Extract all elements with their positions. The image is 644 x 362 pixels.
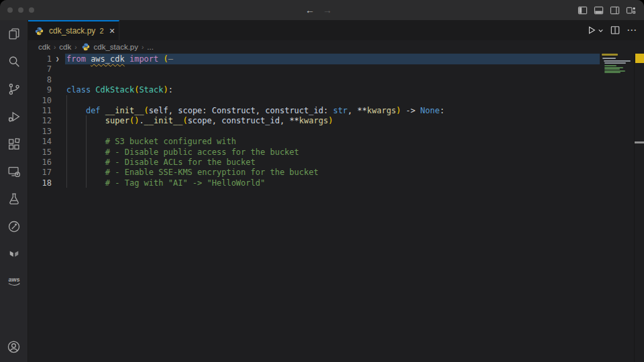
source-control-icon[interactable] (0, 75, 28, 103)
code-line-18[interactable]: 18 # - Tag with "AI" -> "HelloWorld" (28, 178, 601, 188)
more-actions-icon[interactable]: ⋯ (627, 20, 637, 40)
minimap-line (604, 72, 621, 73)
code-line-12[interactable]: 12 super().__init__(scope, construct_id,… (28, 115, 601, 126)
breadcrumb-folder[interactable]: cdk (59, 43, 71, 51)
tab-problem-badge: 2 (99, 27, 103, 35)
overview-ruler[interactable] (634, 54, 644, 362)
window-controls[interactable] (7, 7, 34, 13)
customize-layout-icon[interactable] (626, 5, 636, 15)
run-debug-icon[interactable] (0, 103, 28, 130)
vscode-window: ← → (0, 0, 644, 362)
code-text: # - Disable public access for the bucket (66, 147, 299, 158)
aws-label: aws (8, 276, 19, 283)
tab-cdk-stack[interactable]: cdk_stack.py 2 ✕ (28, 20, 119, 40)
minimap-line (602, 54, 618, 56)
minimap-line (604, 68, 620, 70)
breadcrumb-separator-icon: › (74, 44, 76, 51)
code-line-16[interactable]: 16 # - Disable ACLs for the bucket (28, 157, 601, 168)
remote-explorer-icon[interactable] (0, 158, 28, 185)
overview-marker (635, 141, 644, 143)
minimap-line (604, 62, 626, 64)
code-line-14[interactable]: 14 # S3 bucket configured with (28, 136, 601, 147)
editor-group: cdk_stack.py 2 ✕ ⋯ cdk › cdk › (28, 20, 644, 362)
code-line-9[interactable]: 9class CdkStack(Stack): (28, 84, 601, 95)
line-number: 8 (28, 74, 52, 85)
layout-controls (578, 0, 636, 20)
line-number: 11 (28, 105, 52, 116)
code-line-7[interactable]: 7 (28, 64, 601, 74)
window-close-icon[interactable] (7, 7, 13, 13)
line-number: 13 (28, 126, 52, 137)
code-line-13[interactable]: 13 (28, 126, 601, 137)
commit-graph-icon[interactable] (0, 213, 28, 240)
tab-label: cdk_stack.py (49, 26, 95, 36)
activity-bar: aws (0, 20, 28, 362)
line-number: 12 (28, 115, 52, 126)
line-number: 1 (28, 54, 52, 64)
explorer-icon[interactable] (0, 20, 28, 48)
code-line-8[interactable]: 8 (28, 74, 601, 85)
testing-icon[interactable] (0, 185, 28, 213)
code-text: # - Disable ACLs for the bucket (66, 157, 256, 168)
forward-arrow-icon[interactable]: → (323, 0, 332, 20)
run-python-file-button[interactable] (587, 25, 604, 35)
code-text: class CdkStack(Stack): (66, 84, 173, 95)
line-number: 9 (28, 84, 52, 95)
extensions-icon[interactable] (0, 130, 28, 158)
code-line-11[interactable]: 11 def __init__(self, scope: Construct, … (28, 105, 601, 116)
history-navigation: ← → (305, 0, 332, 20)
accounts-icon[interactable] (0, 332, 28, 362)
breadcrumb-separator-icon: › (54, 44, 56, 51)
line-number: 17 (28, 167, 52, 178)
search-icon[interactable] (0, 48, 28, 75)
breadcrumb-symbol[interactable]: ... (147, 43, 154, 51)
line-number: 14 (28, 136, 52, 147)
aws-icon[interactable]: aws (0, 267, 28, 295)
python-file-icon (82, 43, 90, 51)
toggle-sidebar-icon[interactable] (578, 5, 588, 15)
code-text: # - Enable SSE-KMS encryption for the bu… (66, 167, 319, 178)
line-number: 15 (28, 147, 52, 158)
window-maximize-icon[interactable] (29, 7, 34, 13)
code-editor[interactable]: 1❯from aws_cdk import (–789class CdkStac… (28, 54, 644, 362)
tab-close-icon[interactable]: ✕ (109, 27, 115, 36)
minimap[interactable] (601, 54, 633, 362)
breadcrumb-file[interactable]: cdk_stack.py (94, 43, 138, 51)
overview-marker (635, 54, 644, 63)
code-text: from aws_cdk import (– (66, 54, 173, 64)
python-file-icon (35, 27, 44, 36)
code-line-17[interactable]: 17 # - Enable SSE-KMS encryption for the… (28, 167, 601, 178)
line-number: 7 (28, 64, 52, 74)
code-text: super().__init__(scope, construct_id, **… (66, 115, 333, 126)
code-line-10[interactable]: 10 (28, 95, 601, 106)
breadcrumb-folder[interactable]: cdk (38, 43, 50, 51)
minimap-line (602, 58, 616, 59)
toggle-secondary-sidebar-icon[interactable] (610, 5, 620, 15)
minimap-line (604, 65, 616, 66)
split-editor-icon[interactable] (610, 25, 620, 35)
terraform-icon[interactable] (0, 240, 28, 267)
fold-chevron-icon[interactable]: ❯ (56, 54, 64, 64)
code-text: # S3 bucket configured with (66, 136, 236, 147)
code-text: def __init__(self, scope: Construct, con… (66, 105, 445, 116)
minimap-line (604, 60, 631, 62)
run-dropdown-chevron-icon (598, 27, 604, 34)
tab-bar: cdk_stack.py 2 ✕ ⋯ (28, 20, 644, 40)
code-line-15[interactable]: 15 # - Disable public access for the buc… (28, 147, 601, 158)
breadcrumb-separator-icon: › (142, 44, 144, 51)
line-number: 10 (28, 95, 52, 106)
breadcrumb: cdk › cdk › cdk_stack.py › ... (28, 40, 644, 54)
editor-actions: ⋯ (587, 20, 637, 40)
code-text: # - Tag with "AI" -> "HelloWorld" (66, 178, 265, 188)
code-line-1[interactable]: 1❯from aws_cdk import (– (28, 54, 601, 64)
title-bar: ← → (0, 0, 644, 20)
back-arrow-icon[interactable]: ← (305, 0, 315, 20)
line-number: 18 (28, 178, 52, 188)
line-number: 16 (28, 157, 52, 168)
window-minimize-icon[interactable] (18, 7, 23, 13)
toggle-panel-icon[interactable] (594, 5, 604, 15)
